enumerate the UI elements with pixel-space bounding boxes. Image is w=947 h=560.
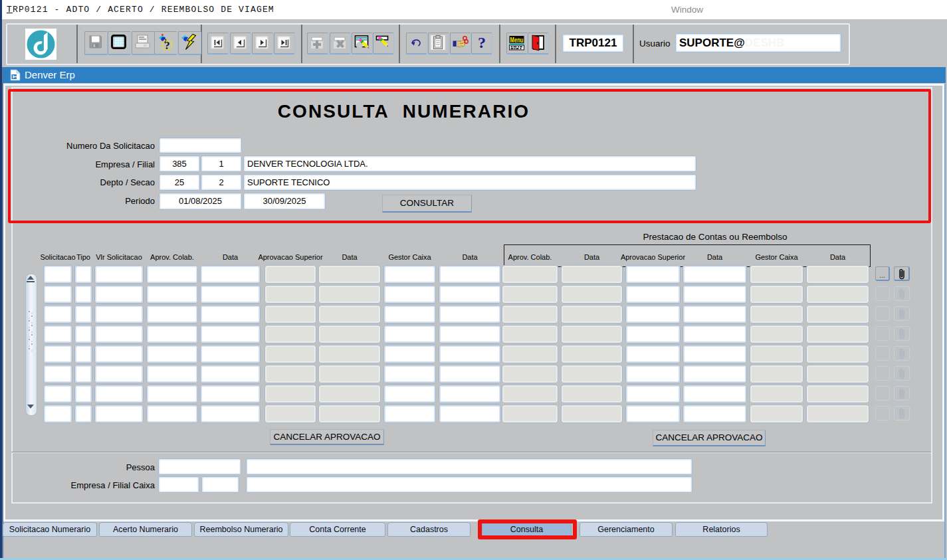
- svg-text:Menu: Menu: [510, 36, 524, 44]
- svg-text:?: ?: [164, 39, 170, 52]
